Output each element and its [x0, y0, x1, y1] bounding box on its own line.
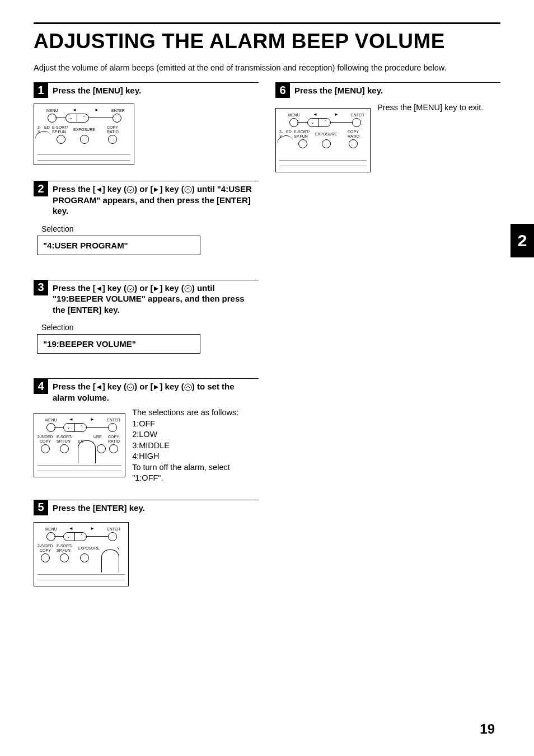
right-arrow-icon: [153, 384, 160, 390]
control-panel-figure: MENU ◄ ► ENTER ⌄ ⌃ 2-SIDED: [34, 413, 125, 477]
step-description: The selections are as follows: 1:OFF 2:L…: [132, 407, 259, 484]
selection-label: Selection: [41, 224, 259, 233]
step-title: Press the [MENU] key.: [48, 83, 141, 96]
page-title: ADJUSTING THE ALARM BEEP VOLUME: [34, 30, 500, 53]
step-6: 6 Press the [MENU] key. MENU ◄ ► ENTER ⌄…: [275, 82, 500, 172]
down-circle-icon: [127, 383, 134, 391]
fig-label-copy: COPY: [107, 125, 118, 129]
step-number: 5: [34, 500, 48, 515]
svg-point-3: [185, 186, 191, 193]
step-description: Press the [MENU] key to exit.: [377, 102, 483, 114]
svg-point-1: [127, 186, 134, 193]
step-2: 2 Press the [] key () or [] key () until…: [34, 181, 259, 255]
fig-label-ratio: RATIO: [107, 130, 119, 134]
chapter-tab: 2: [510, 224, 534, 257]
fig-label-spfun: SP.FUN: [52, 130, 66, 134]
fig-label-esort: E-SORT/: [52, 125, 68, 129]
step-title: Press the [MENU] key.: [290, 83, 383, 96]
right-arrow-icon: [153, 286, 160, 292]
svg-point-5: [127, 285, 134, 292]
step-number: 2: [34, 181, 48, 196]
left-arrow-icon: [96, 384, 102, 390]
svg-marker-10: [154, 385, 158, 389]
step-4: 4 Press the [] key () or [] key () to se…: [34, 378, 259, 484]
step-number: 6: [275, 82, 290, 98]
left-arrow-icon: [96, 286, 102, 292]
svg-point-11: [185, 384, 191, 391]
fig-label-exposure: EXPOSURE: [73, 128, 95, 132]
up-circle-icon: [184, 285, 192, 293]
display-value: "19:BEEPER VOLUME": [37, 334, 200, 354]
fig-label-ed: ED: [44, 125, 50, 129]
svg-point-9: [127, 384, 134, 391]
step-1: 1 Press the [MENU] key. MENU ◄ ► ENTER ⌄…: [34, 82, 259, 165]
display-value: "4:USER PROGRAM": [37, 236, 200, 255]
up-circle-icon: [184, 383, 192, 391]
step-number: 3: [34, 280, 48, 295]
control-panel-figure: MENU ◄ ► ENTER ⌄ ⌃ 2-SIDED COPY E-SOR: [34, 522, 129, 586]
svg-marker-4: [97, 287, 101, 291]
step-title: Press the [] key () or [] key () until "…: [48, 280, 259, 316]
control-panel-figure: MENU ◄ ► ENTER ⌄ ⌃ 2-: [275, 108, 371, 172]
down-circle-icon: [127, 186, 134, 194]
step-number: 4: [34, 378, 48, 394]
step-5: 5 Press the [ENTER] key. MENU ◄ ► ENTER …: [34, 500, 259, 586]
step-title: Press the [] key () or [] key () until "…: [48, 181, 259, 217]
step-3: 3 Press the [] key () or [] key () until…: [34, 280, 259, 354]
selection-label: Selection: [41, 323, 259, 332]
fig-label-enter: ENTER: [111, 109, 125, 112]
svg-marker-8: [97, 385, 101, 389]
up-circle-icon: [184, 186, 192, 194]
fig-label-menu: MENU: [46, 109, 58, 112]
intro-text: Adjust the volume of alarm beeps (emitte…: [34, 63, 500, 72]
page-number: 19: [480, 721, 495, 737]
svg-marker-0: [97, 187, 101, 192]
step-title: Press the [] key () or [] key () to set …: [48, 379, 259, 403]
svg-marker-2: [154, 187, 158, 192]
control-panel-figure: MENU ◄ ► ENTER ⌄ ⌃ 2- ED Y: [34, 104, 134, 165]
svg-marker-6: [154, 287, 158, 291]
right-arrow-icon: [153, 187, 160, 192]
step-title: Press the [ENTER] key.: [48, 500, 145, 514]
left-arrow-icon: [96, 187, 102, 192]
svg-point-7: [185, 285, 191, 292]
step-number: 1: [34, 82, 48, 98]
down-circle-icon: [127, 285, 134, 293]
